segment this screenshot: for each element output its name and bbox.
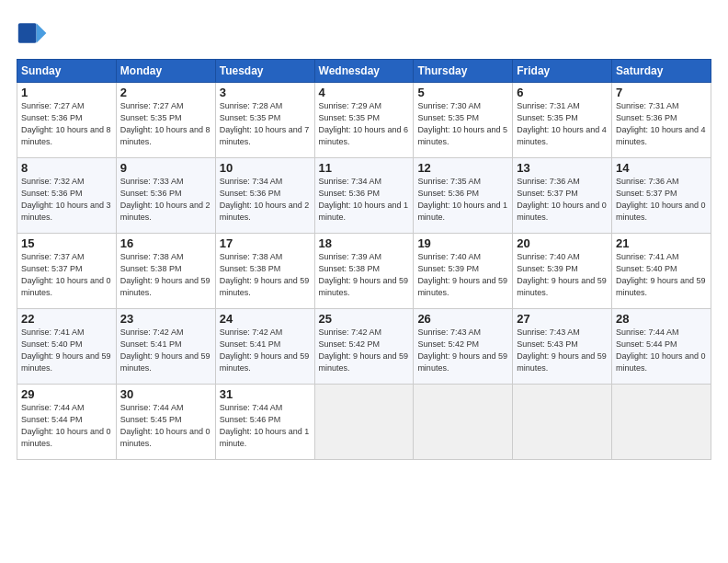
calendar-day-cell: 8 Sunrise: 7:32 AMSunset: 5:36 PMDayligh… xyxy=(17,158,117,234)
day-info: Sunrise: 7:42 AMSunset: 5:41 PMDaylight:… xyxy=(120,327,210,373)
day-info: Sunrise: 7:40 AMSunset: 5:39 PMDaylight:… xyxy=(517,252,607,297)
logo-icon xyxy=(17,17,50,50)
day-number: 8 xyxy=(21,161,112,175)
calendar-header-friday: Friday xyxy=(513,60,612,83)
day-info: Sunrise: 7:42 AMSunset: 5:42 PMDaylight:… xyxy=(319,327,409,373)
day-info: Sunrise: 7:34 AMSunset: 5:36 PMDaylight:… xyxy=(319,177,409,222)
calendar-header-wednesday: Wednesday xyxy=(314,60,414,83)
day-info: Sunrise: 7:43 AMSunset: 5:42 PMDaylight:… xyxy=(417,327,507,373)
day-info: Sunrise: 7:33 AMSunset: 5:36 PMDaylight:… xyxy=(120,177,210,222)
day-info: Sunrise: 7:27 AMSunset: 5:35 PMDaylight:… xyxy=(120,101,210,146)
day-info: Sunrise: 7:36 AMSunset: 5:37 PMDaylight:… xyxy=(517,177,607,222)
day-number: 24 xyxy=(220,312,311,326)
calendar-day-cell: 30 Sunrise: 7:44 AMSunset: 5:45 PMDaylig… xyxy=(116,385,215,460)
calendar-day-cell: 20 Sunrise: 7:40 AMSunset: 5:39 PMDaylig… xyxy=(513,234,612,309)
calendar-week-row: 15 Sunrise: 7:37 AMSunset: 5:37 PMDaylig… xyxy=(17,234,711,309)
day-info: Sunrise: 7:34 AMSunset: 5:36 PMDaylight:… xyxy=(220,177,310,222)
day-number: 18 xyxy=(319,236,410,250)
day-info: Sunrise: 7:39 AMSunset: 5:38 PMDaylight:… xyxy=(319,252,409,297)
calendar-day-cell xyxy=(513,385,612,460)
day-number: 1 xyxy=(21,86,112,99)
day-number: 14 xyxy=(616,161,707,175)
day-number: 16 xyxy=(120,236,211,250)
day-number: 22 xyxy=(21,312,112,326)
day-info: Sunrise: 7:35 AMSunset: 5:36 PMDaylight:… xyxy=(417,177,507,222)
day-info: Sunrise: 7:41 AMSunset: 5:40 PMDaylight:… xyxy=(616,252,706,297)
day-number: 11 xyxy=(319,161,410,175)
calendar-day-cell: 24 Sunrise: 7:42 AMSunset: 5:41 PMDaylig… xyxy=(215,309,314,385)
calendar-day-cell: 18 Sunrise: 7:39 AMSunset: 5:38 PMDaylig… xyxy=(314,234,414,309)
calendar-day-cell: 22 Sunrise: 7:41 AMSunset: 5:40 PMDaylig… xyxy=(17,309,117,385)
day-number: 10 xyxy=(220,161,311,175)
day-number: 12 xyxy=(417,161,508,175)
calendar-day-cell: 6 Sunrise: 7:31 AMSunset: 5:35 PMDayligh… xyxy=(513,83,612,158)
calendar-day-cell xyxy=(414,385,513,460)
day-info: Sunrise: 7:27 AMSunset: 5:36 PMDaylight:… xyxy=(21,101,111,146)
calendar-header-tuesday: Tuesday xyxy=(215,60,314,83)
calendar-week-row: 22 Sunrise: 7:41 AMSunset: 5:40 PMDaylig… xyxy=(17,309,711,385)
calendar-day-cell: 9 Sunrise: 7:33 AMSunset: 5:36 PMDayligh… xyxy=(116,158,215,234)
day-number: 30 xyxy=(120,387,211,401)
day-info: Sunrise: 7:40 AMSunset: 5:39 PMDaylight:… xyxy=(417,252,507,297)
day-info: Sunrise: 7:44 AMSunset: 5:45 PMDaylight:… xyxy=(120,403,210,448)
day-number: 7 xyxy=(616,86,707,99)
day-number: 3 xyxy=(220,86,311,99)
day-number: 28 xyxy=(616,312,707,326)
day-number: 13 xyxy=(517,161,608,175)
calendar-day-cell: 11 Sunrise: 7:34 AMSunset: 5:36 PMDaylig… xyxy=(314,158,414,234)
day-info: Sunrise: 7:30 AMSunset: 5:35 PMDaylight:… xyxy=(417,101,507,146)
calendar-week-row: 1 Sunrise: 7:27 AMSunset: 5:36 PMDayligh… xyxy=(17,83,711,158)
day-number: 31 xyxy=(220,387,311,401)
calendar-day-cell: 27 Sunrise: 7:43 AMSunset: 5:43 PMDaylig… xyxy=(513,309,612,385)
calendar-header-row: SundayMondayTuesdayWednesdayThursdayFrid… xyxy=(17,60,711,83)
calendar-day-cell: 25 Sunrise: 7:42 AMSunset: 5:42 PMDaylig… xyxy=(314,309,414,385)
calendar-week-row: 29 Sunrise: 7:44 AMSunset: 5:44 PMDaylig… xyxy=(17,385,711,460)
day-info: Sunrise: 7:38 AMSunset: 5:38 PMDaylight:… xyxy=(220,252,310,297)
day-number: 19 xyxy=(417,236,508,250)
calendar-header-thursday: Thursday xyxy=(414,60,513,83)
day-info: Sunrise: 7:44 AMSunset: 5:46 PMDaylight:… xyxy=(220,403,310,448)
calendar-day-cell: 10 Sunrise: 7:34 AMSunset: 5:36 PMDaylig… xyxy=(215,158,314,234)
day-info: Sunrise: 7:43 AMSunset: 5:43 PMDaylight:… xyxy=(517,327,607,373)
calendar-week-row: 8 Sunrise: 7:32 AMSunset: 5:36 PMDayligh… xyxy=(17,158,711,234)
calendar-day-cell: 26 Sunrise: 7:43 AMSunset: 5:42 PMDaylig… xyxy=(414,309,513,385)
day-info: Sunrise: 7:41 AMSunset: 5:40 PMDaylight:… xyxy=(21,327,111,373)
svg-marker-1 xyxy=(37,23,47,43)
calendar-header-monday: Monday xyxy=(116,60,215,83)
day-number: 2 xyxy=(120,86,211,99)
calendar-header-saturday: Saturday xyxy=(612,60,711,83)
day-info: Sunrise: 7:37 AMSunset: 5:37 PMDaylight:… xyxy=(21,252,111,297)
day-info: Sunrise: 7:44 AMSunset: 5:44 PMDaylight:… xyxy=(616,327,706,373)
day-number: 9 xyxy=(120,161,211,175)
day-info: Sunrise: 7:31 AMSunset: 5:36 PMDaylight:… xyxy=(616,101,706,146)
day-number: 17 xyxy=(220,236,311,250)
day-number: 15 xyxy=(21,236,112,250)
calendar-day-cell xyxy=(314,385,414,460)
calendar-day-cell: 28 Sunrise: 7:44 AMSunset: 5:44 PMDaylig… xyxy=(612,309,711,385)
calendar-day-cell: 2 Sunrise: 7:27 AMSunset: 5:35 PMDayligh… xyxy=(116,83,215,158)
day-number: 20 xyxy=(517,236,608,250)
calendar-table: SundayMondayTuesdayWednesdayThursdayFrid… xyxy=(17,59,711,460)
day-number: 27 xyxy=(517,312,608,326)
day-info: Sunrise: 7:32 AMSunset: 5:36 PMDaylight:… xyxy=(21,177,111,222)
calendar-day-cell: 1 Sunrise: 7:27 AMSunset: 5:36 PMDayligh… xyxy=(17,83,117,158)
calendar-day-cell: 31 Sunrise: 7:44 AMSunset: 5:46 PMDaylig… xyxy=(215,385,314,460)
calendar-day-cell: 7 Sunrise: 7:31 AMSunset: 5:36 PMDayligh… xyxy=(612,83,711,158)
calendar-day-cell: 13 Sunrise: 7:36 AMSunset: 5:37 PMDaylig… xyxy=(513,158,612,234)
day-number: 23 xyxy=(120,312,211,326)
day-info: Sunrise: 7:28 AMSunset: 5:35 PMDaylight:… xyxy=(220,101,310,146)
day-info: Sunrise: 7:38 AMSunset: 5:38 PMDaylight:… xyxy=(120,252,210,297)
calendar-day-cell xyxy=(612,385,711,460)
day-number: 5 xyxy=(417,86,508,99)
day-number: 6 xyxy=(517,86,608,99)
day-info: Sunrise: 7:31 AMSunset: 5:35 PMDaylight:… xyxy=(517,101,607,146)
calendar-day-cell: 5 Sunrise: 7:30 AMSunset: 5:35 PMDayligh… xyxy=(414,83,513,158)
calendar-day-cell: 21 Sunrise: 7:41 AMSunset: 5:40 PMDaylig… xyxy=(612,234,711,309)
day-number: 29 xyxy=(21,387,112,401)
day-info: Sunrise: 7:29 AMSunset: 5:35 PMDaylight:… xyxy=(319,101,409,146)
calendar-day-cell: 17 Sunrise: 7:38 AMSunset: 5:38 PMDaylig… xyxy=(215,234,314,309)
page-header xyxy=(17,17,711,50)
calendar-day-cell: 15 Sunrise: 7:37 AMSunset: 5:37 PMDaylig… xyxy=(17,234,117,309)
calendar-day-cell: 19 Sunrise: 7:40 AMSunset: 5:39 PMDaylig… xyxy=(414,234,513,309)
svg-rect-0 xyxy=(18,23,37,43)
